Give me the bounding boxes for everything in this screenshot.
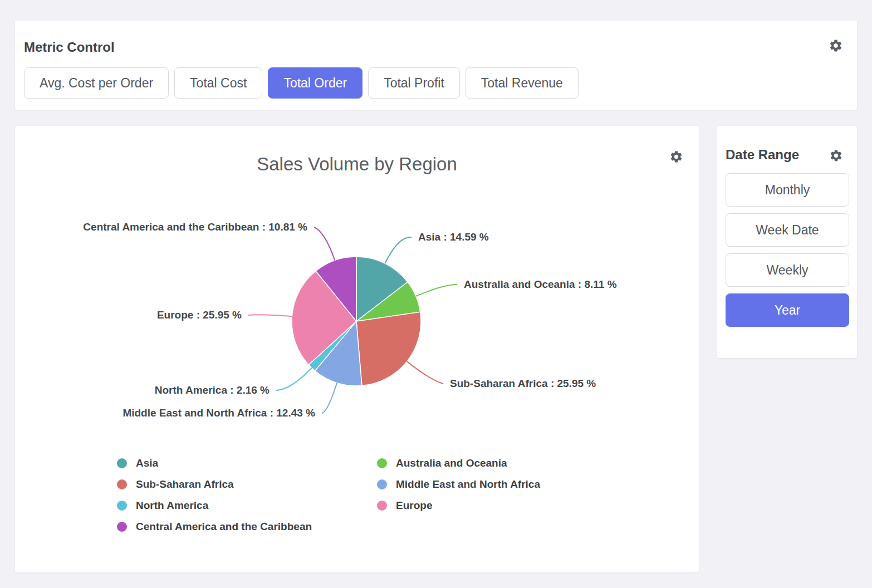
legend-dot-europe xyxy=(377,501,387,511)
date-button-weekly[interactable]: Weekly xyxy=(726,253,849,287)
legend-column-right: Australia and OceaniaMiddle East and Nor… xyxy=(377,453,540,516)
pie-label-line-north-america xyxy=(276,368,312,390)
metric-button-total-revenue[interactable]: Total Revenue xyxy=(466,67,579,99)
date-range-title: Date Range xyxy=(726,147,799,163)
pie-label-sub-saharan-africa: Sub-Saharan Africa : 25.95 % xyxy=(450,378,596,389)
legend-label: Europe xyxy=(396,499,432,512)
date-range-button-group: Monthly Week Date Weekly Year xyxy=(726,173,849,327)
metric-button-group: Avg. Cost per Order Total Cost Total Ord… xyxy=(24,67,579,99)
legend-item-asia[interactable]: Asia xyxy=(117,453,312,474)
legend-column-left: AsiaSub-Saharan AfricaNorth AmericaCentr… xyxy=(117,453,312,537)
legend-item-north-america[interactable]: North America xyxy=(117,495,312,516)
gear-icon[interactable] xyxy=(829,149,843,163)
sales-volume-chart-panel: Sales Volume by Region Asia : 14.59 %Aus… xyxy=(15,126,699,572)
legend-label: Sub-Saharan Africa xyxy=(136,478,234,491)
date-range-panel: Date Range Monthly Week Date Weekly Year xyxy=(717,126,857,358)
gear-icon[interactable] xyxy=(829,38,843,53)
legend-label: Australia and Oceania xyxy=(396,457,507,469)
pie-label-line-australia-and-oceania xyxy=(416,285,457,296)
legend-label: Middle East and North Africa xyxy=(396,478,540,491)
pie-label-line-sub-saharan-africa xyxy=(407,361,443,384)
chart-title: Sales Volume by Region xyxy=(15,154,699,175)
legend-dot-sub-saharan-africa xyxy=(117,479,127,489)
pie-label-line-central-america-and-the-caribbean xyxy=(314,227,335,261)
legend-item-europe[interactable]: Europe xyxy=(377,495,540,516)
pie-label-australia-and-oceania: Australia and Oceania : 8.11 % xyxy=(464,278,617,290)
date-button-year[interactable]: Year xyxy=(726,293,849,327)
pie-label-asia: Asia : 14.59 % xyxy=(418,231,489,243)
metric-control-panel: Metric Control Avg. Cost per Order Total… xyxy=(15,21,857,110)
gear-icon xyxy=(669,150,683,164)
legend-label: North America xyxy=(136,499,208,512)
legend-dot-middle-east-and-north-africa xyxy=(377,479,387,489)
pie-label-line-europe xyxy=(248,315,292,316)
legend-dot-australia-and-oceania xyxy=(377,458,387,468)
metric-button-total-cost[interactable]: Total Cost xyxy=(174,67,262,99)
legend-item-australia-and-oceania[interactable]: Australia and Oceania xyxy=(377,453,540,474)
metric-button-total-profit[interactable]: Total Profit xyxy=(368,67,460,99)
legend-label: Asia xyxy=(136,457,158,469)
pie-label-line-middle-east-and-north-africa xyxy=(322,383,337,413)
metric-button-total-order[interactable]: Total Order xyxy=(268,67,362,99)
legend-label: Central America and the Caribbean xyxy=(136,521,312,533)
legend-item-middle-east-and-north-africa[interactable]: Middle East and North Africa xyxy=(377,474,540,495)
date-button-monthly[interactable]: Monthly xyxy=(726,173,849,207)
legend-dot-central-america-and-the-caribbean xyxy=(117,522,127,532)
legend-item-central-america-and-the-caribbean[interactable]: Central America and the Caribbean xyxy=(117,516,312,537)
gear-icon xyxy=(829,38,843,53)
gear-icon xyxy=(829,149,843,163)
legend-dot-north-america xyxy=(117,501,127,511)
pie-chart: Asia : 14.59 %Australia and Oceania : 8.… xyxy=(15,212,699,434)
legend-item-sub-saharan-africa[interactable]: Sub-Saharan Africa xyxy=(117,474,312,495)
pie-label-middle-east-and-north-africa: Middle East and North Africa : 12.43 % xyxy=(123,407,315,419)
metric-button-avg-cost-per-order[interactable]: Avg. Cost per Order xyxy=(24,67,169,99)
pie-label-north-america: North America : 2.16 % xyxy=(155,384,270,396)
pie-label-central-america-and-the-caribbean: Central America and the Caribbean : 10.8… xyxy=(83,221,307,233)
pie-slice-sub-saharan-africa[interactable] xyxy=(356,312,421,385)
pie-label-europe: Europe : 25.95 % xyxy=(157,309,242,321)
legend-dot-asia xyxy=(117,458,127,468)
date-button-week-date[interactable]: Week Date xyxy=(726,213,849,247)
pie-label-line-asia xyxy=(385,237,411,263)
metric-control-title: Metric Control xyxy=(24,40,115,55)
gear-icon[interactable] xyxy=(669,150,683,164)
